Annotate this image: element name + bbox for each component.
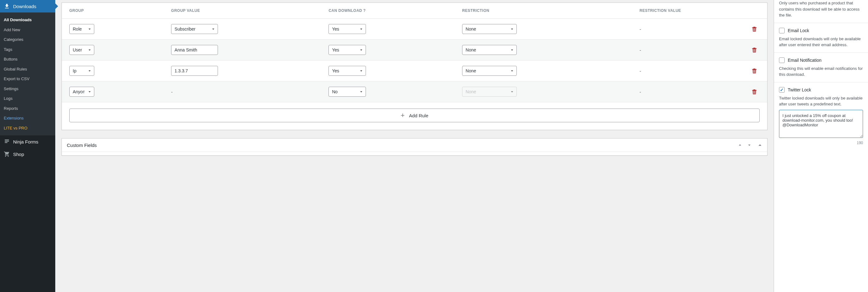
delete-rule-button[interactable] (751, 25, 758, 33)
th-group-value: GROUP VALUE (164, 3, 321, 19)
sidebar-subitem-tags[interactable]: Tags (0, 44, 55, 55)
option-desc: Twitter locked downloads will only be av… (779, 95, 863, 107)
restriction-select[interactable]: None (462, 66, 517, 76)
sidebar-subitem-label: Settings (4, 87, 19, 91)
th-group: GROUP (62, 3, 164, 19)
sidebar-subitem-label: Tags (4, 47, 12, 52)
option-block-twitter-lock: Twitter Lock Twitter locked downloads wi… (774, 83, 868, 150)
cart-icon (4, 151, 10, 157)
sidebar-submenu: All Downloads Add New Categories Tags Bu… (0, 12, 55, 135)
sidebar-subitem-label: Export to CSV (4, 76, 29, 81)
rule-row: Role Subscriber Yes None - (62, 19, 767, 40)
custom-fields-body (62, 152, 767, 155)
email-lock-checkbox[interactable] (779, 28, 785, 33)
th-label: CAN DOWNLOAD ? (329, 8, 366, 13)
main-content: GROUP GROUP VALUE CAN DOWNLOAD ? RESTRIC… (55, 0, 774, 292)
rules-table: GROUP GROUP VALUE CAN DOWNLOAD ? RESTRIC… (62, 3, 767, 130)
add-rule-button[interactable]: + Add Rule (69, 108, 760, 122)
sidebar-item-ninja-forms[interactable]: Ninja Forms (0, 135, 55, 148)
rule-row: Anyone - No None - (62, 82, 767, 102)
custom-fields-title: Custom Fields (67, 142, 97, 148)
postbox-handle-actions (737, 142, 762, 148)
download-icon (4, 3, 10, 9)
group-value-input[interactable] (171, 45, 218, 55)
sidebar-subitem-logs[interactable]: Logs (0, 94, 55, 104)
rule-row: User Yes None - (62, 40, 767, 61)
restriction-select[interactable]: None (462, 24, 517, 34)
sidebar-item-label: Shop (13, 152, 24, 157)
admin-sidebar: Downloads All Downloads Add New Categori… (0, 0, 55, 292)
chevron-up-icon[interactable] (737, 142, 743, 148)
chevron-down-icon[interactable] (747, 142, 752, 148)
delete-rule-button[interactable] (751, 46, 758, 54)
th-restriction-value: RESTRICTION VALUE (632, 3, 743, 19)
sidebar-item-shop[interactable]: Shop (0, 148, 55, 160)
sidebar-subitem-label: Global Rules (4, 67, 27, 71)
option-label: Email Notification (788, 57, 822, 64)
rules-postbox: GROUP GROUP VALUE CAN DOWNLOAD ? RESTRIC… (62, 2, 768, 130)
custom-fields-postbox: Custom Fields (62, 138, 768, 156)
add-rule-label: Add Rule (409, 113, 428, 118)
option-label: Twitter Lock (788, 87, 811, 93)
group-value-dash: - (164, 82, 321, 102)
sidebar-subitem-categories[interactable]: Categories (0, 35, 55, 44)
sidebar-subitem-label: Categories (4, 37, 23, 42)
sidebar-subitem-global-rules[interactable]: Global Rules (0, 64, 55, 74)
th-can-download: CAN DOWNLOAD ? (321, 3, 455, 19)
sidebar-subitem-export-csv[interactable]: Export to CSV (0, 74, 55, 84)
sidebar-subitem-buttons[interactable]: Buttons (0, 54, 55, 64)
form-icon (4, 138, 10, 145)
restriction-value: - (632, 82, 743, 102)
group-value-input[interactable] (171, 66, 218, 76)
delete-rule-button[interactable] (751, 88, 758, 95)
sidebar-subitem-label: Add New (4, 28, 20, 32)
rule-row: Ip Yes None - (62, 61, 767, 82)
group-select[interactable]: Anyone (69, 87, 94, 97)
option-label: Email Lock (788, 28, 809, 34)
restriction-value: - (632, 19, 743, 40)
option-block-purchase: Only users who purchased a product that … (774, 0, 868, 23)
sidebar-subitem-settings[interactable]: Settings (0, 84, 55, 94)
sidebar-subitem-label: Logs (4, 96, 12, 101)
twitter-lock-checkbox[interactable] (779, 87, 785, 93)
plus-icon: + (401, 112, 405, 119)
option-desc: Only users who purchased a product that … (779, 0, 863, 19)
can-download-select[interactable]: No (329, 87, 366, 97)
sidebar-subitem-extensions[interactable]: Extensions (0, 113, 55, 123)
can-download-select[interactable]: Yes (329, 66, 366, 76)
sidebar-item-label: Ninja Forms (13, 139, 38, 144)
sidebar-subitem-label: All Downloads (4, 18, 32, 22)
sidebar-subitem-add-new[interactable]: Add New (0, 25, 55, 35)
th-actions (743, 3, 767, 19)
delete-rule-button[interactable] (751, 67, 758, 74)
restriction-select-disabled: None (462, 87, 517, 97)
option-block-email-lock: Email Lock Email locked downloads will o… (774, 23, 868, 53)
sidebar-item-downloads[interactable]: Downloads (0, 0, 55, 12)
custom-fields-header[interactable]: Custom Fields (62, 138, 767, 152)
th-restriction: RESTRICTION (455, 3, 632, 19)
sidebar-subitem-label: Buttons (4, 57, 18, 61)
sidebar-subitem-reports[interactable]: Reports (0, 104, 55, 113)
group-select[interactable]: Ip (69, 66, 94, 76)
add-rule-row: + Add Rule (62, 102, 767, 130)
char-count: 190 (779, 140, 863, 146)
group-select[interactable]: Role (69, 24, 94, 34)
option-desc: Email locked downloads will only be avai… (779, 36, 863, 48)
caret-up-icon[interactable] (758, 143, 762, 147)
restriction-select[interactable]: None (462, 45, 517, 55)
can-download-select[interactable]: Yes (329, 45, 366, 55)
group-select[interactable]: User (69, 45, 94, 55)
email-notification-checkbox[interactable] (779, 57, 785, 63)
sidebar-item-label: Downloads (13, 4, 36, 9)
restriction-value: - (632, 40, 743, 61)
restriction-value: - (632, 61, 743, 82)
group-value-select[interactable]: Subscriber (171, 24, 218, 34)
sidebar-subitem-label: Extensions (4, 116, 24, 121)
sidebar-subitem-all-downloads[interactable]: All Downloads (0, 15, 55, 25)
th-label: RESTRICTION VALUE (640, 8, 681, 13)
sidebar-subitem-label: LITE vs PRO (4, 126, 28, 130)
can-download-select[interactable]: Yes (329, 24, 366, 34)
tweet-text-input[interactable] (779, 110, 863, 138)
sidebar-subitem-lite-vs-pro[interactable]: LITE vs PRO (0, 123, 55, 133)
sidebar-subitem-label: Reports (4, 106, 18, 111)
